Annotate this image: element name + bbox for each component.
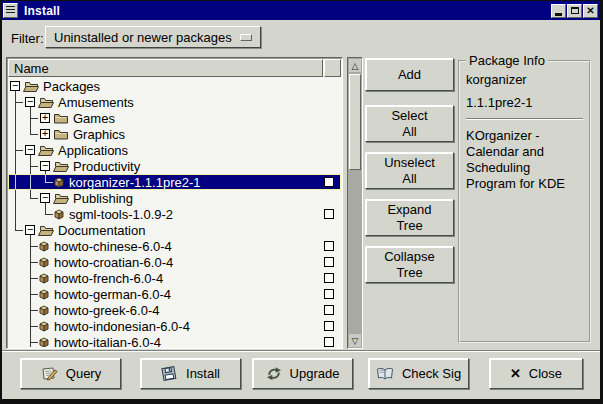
tree-item-label: korganizer-1.1.1pre2-1 <box>69 175 201 190</box>
minimize-icon <box>555 13 562 16</box>
open-book-icon <box>376 367 394 381</box>
package-description: KOrganizer - Calendar and Scheduling Pro… <box>466 128 583 192</box>
tree-row[interactable]: howto-greek-6.0-4 <box>8 302 341 318</box>
package-checkbox[interactable] <box>324 209 334 219</box>
tree-row[interactable]: howto-german-6.0-4 <box>8 286 341 302</box>
refresh-arrows-icon <box>266 366 282 381</box>
expand-expander-icon[interactable]: + <box>40 113 50 123</box>
package-checkbox[interactable] <box>324 273 334 283</box>
package-version: 1.1.1pre2-1 <box>466 95 583 110</box>
package-checkbox[interactable] <box>324 337 334 347</box>
tree-row[interactable]: −Applications <box>8 142 341 158</box>
scroll-down-icon[interactable]: ▽ <box>349 334 361 347</box>
tree-row[interactable]: −Packages <box>8 78 341 94</box>
window-title: Install <box>24 4 551 18</box>
tree-row[interactable]: −Productivity <box>8 158 341 174</box>
floppy-disk-icon <box>161 365 178 382</box>
tree-vertical-scrollbar[interactable]: △ ▽ <box>347 57 363 349</box>
tree-row[interactable]: howto-croatian-6.0-4 <box>8 254 341 270</box>
maximize-button[interactable] <box>567 4 582 18</box>
expand-tree-button[interactable]: Expand Tree <box>365 199 454 236</box>
tree-row[interactable]: howto-italian-6.0-4 <box>8 334 341 347</box>
package-checkbox[interactable] <box>324 177 334 187</box>
close-button-label: Close <box>529 366 562 381</box>
collapse-tree-button[interactable]: Collapse Tree <box>365 246 454 283</box>
close-button[interactable]: ✕ Close <box>489 358 583 389</box>
tree-row[interactable]: +Graphics <box>8 126 341 142</box>
check-sig-button-label: Check Sig <box>402 366 461 381</box>
tree-header-checkbox-column[interactable] <box>324 59 341 77</box>
package-info-frame: Package Info korganizer 1.1.1pre2-1 KOrg… <box>458 60 591 343</box>
tree-rows: −Packages−Amusements+Games+Graphics−Appl… <box>8 78 341 347</box>
collapse-expander-icon[interactable]: − <box>25 225 35 235</box>
tree-header-name[interactable]: Name <box>8 59 323 77</box>
upgrade-button-label: Upgrade <box>290 366 340 381</box>
package-checkbox[interactable] <box>324 305 334 315</box>
tree-item-label: Publishing <box>73 191 133 206</box>
collapse-expander-icon[interactable]: − <box>40 161 50 171</box>
package-checkbox[interactable] <box>324 321 334 331</box>
close-x-icon: ✕ <box>510 366 521 381</box>
tree-row[interactable]: +Games <box>8 110 341 126</box>
package-checkbox[interactable] <box>324 289 334 299</box>
close-window-button[interactable]: ✕ <box>583 4 598 18</box>
add-button[interactable]: Add <box>365 58 454 91</box>
window-menu-button[interactable] <box>3 3 18 18</box>
package-icon <box>53 176 65 188</box>
collapse-expander-icon[interactable]: − <box>25 97 35 107</box>
package-tree[interactable]: Name −Packages−Amusements+Games+Graphics… <box>6 57 343 349</box>
close-icon: ✕ <box>586 6 594 16</box>
install-window: Install ✕ Filter: Uninstalled or newer p… <box>0 0 603 404</box>
tree-row[interactable]: howto-french-6.0-4 <box>8 270 341 286</box>
tree-item-label: Documentation <box>58 223 145 238</box>
titlebar[interactable]: Install ✕ <box>2 1 600 20</box>
expand-expander-icon[interactable]: + <box>40 129 50 139</box>
tree-item-label: howto-croatian-6.0-4 <box>54 255 173 270</box>
query-note-icon <box>40 366 58 382</box>
bottom-separator <box>2 350 600 352</box>
package-info-title: Package Info <box>466 53 548 68</box>
tree-row[interactable]: −Publishing <box>8 190 341 206</box>
package-icon <box>38 288 50 300</box>
tree-row[interactable]: howto-indonesian-6.0-4 <box>8 318 341 334</box>
minimize-button[interactable] <box>551 4 566 18</box>
package-icon <box>38 256 50 268</box>
dialog-content: Filter: Uninstalled or newer packages Na… <box>2 20 600 399</box>
install-button-label: Install <box>186 366 220 381</box>
package-icon <box>38 272 50 284</box>
tree-item-label: howto-italian-6.0-4 <box>54 335 161 348</box>
query-button[interactable]: Query <box>20 358 121 389</box>
tree-item-label: Graphics <box>73 127 125 142</box>
tree-row[interactable]: sgml-tools-1.0.9-2 <box>8 206 341 222</box>
tree-item-label: howto-greek-6.0-4 <box>54 303 160 318</box>
unselect-all-button[interactable]: Unselect All <box>365 152 454 189</box>
package-icon <box>38 240 50 252</box>
tree-row[interactable]: howto-chinese-6.0-4 <box>8 238 341 254</box>
collapse-expander-icon[interactable]: − <box>25 145 35 155</box>
check-sig-button[interactable]: Check Sig <box>368 358 469 389</box>
option-menu-indicator-icon <box>240 34 252 41</box>
package-checkbox[interactable] <box>324 257 334 267</box>
filter-label: Filter: <box>11 31 44 46</box>
tree-row[interactable]: −Amusements <box>8 94 341 110</box>
scroll-up-icon[interactable]: △ <box>349 59 361 72</box>
collapse-expander-icon[interactable]: − <box>40 193 50 203</box>
scrollbar-thumb[interactable] <box>349 74 361 170</box>
folder-open-icon <box>38 96 54 108</box>
filter-option-menu[interactable]: Uninstalled or newer packages <box>45 26 261 48</box>
query-button-label: Query <box>66 366 101 381</box>
menu-icon <box>6 6 15 15</box>
package-name: korganizer <box>466 72 583 87</box>
tree-item-label: howto-german-6.0-4 <box>54 287 171 302</box>
tree-row[interactable]: −Documentation <box>8 222 341 238</box>
select-all-button[interactable]: Select All <box>365 105 454 142</box>
filter-selected-value: Uninstalled or newer packages <box>54 30 236 45</box>
collapse-expander-icon[interactable]: − <box>10 81 20 91</box>
tree-item-label: Games <box>73 111 115 126</box>
install-button[interactable]: Install <box>140 358 241 389</box>
folder-open-icon <box>38 224 54 236</box>
folder-open-icon <box>53 160 69 172</box>
upgrade-button[interactable]: Upgrade <box>252 358 353 389</box>
package-checkbox[interactable] <box>324 241 334 251</box>
tree-row[interactable]: korganizer-1.1.1pre2-1 <box>8 174 341 190</box>
